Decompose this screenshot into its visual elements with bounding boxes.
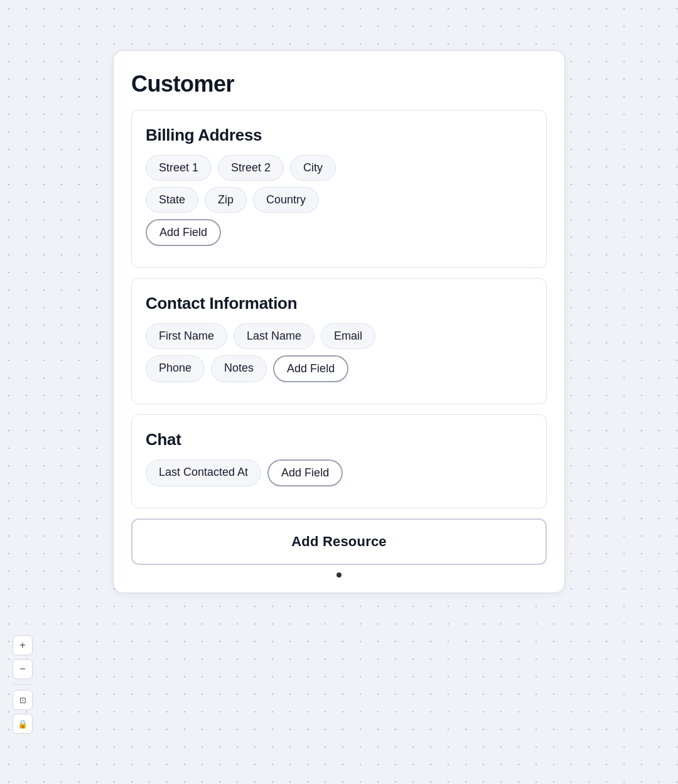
contact-phone-chip: Phone [146, 355, 205, 382]
billing-street2-chip: Street 2 [218, 155, 284, 181]
contact-notes-chip: Notes [211, 355, 267, 382]
contact-fields-row-2: Phone Notes Add Field [146, 355, 532, 382]
contact-lastname-chip: Last Name [234, 323, 315, 349]
toolbar-divider [13, 684, 33, 685]
chat-section: Chat Last Contacted At Add Field [131, 414, 547, 508]
fit-screen-icon: ⊡ [19, 695, 26, 705]
dot-indicator [131, 572, 547, 577]
chat-add-field-button[interactable]: Add Field [267, 459, 343, 486]
billing-zip-chip: Zip [205, 187, 247, 213]
add-resource-button[interactable]: Add Resource [131, 518, 547, 565]
fit-screen-button[interactable]: ⊡ [13, 690, 33, 710]
billing-country-chip: Country [253, 187, 319, 213]
contact-fields-row-1: First Name Last Name Email [146, 323, 532, 349]
billing-address-actions-row: Add Field [146, 219, 532, 246]
lock-icon: 🔒 [18, 719, 28, 729]
billing-street1-chip: Street 1 [146, 155, 212, 181]
contact-information-title: Contact Information [146, 294, 532, 313]
contact-add-field-button[interactable]: Add Field [273, 355, 348, 382]
chat-last-contacted-chip: Last Contacted At [146, 459, 261, 486]
contact-email-chip: Email [321, 323, 375, 349]
contact-firstname-chip: First Name [146, 323, 227, 349]
lock-button[interactable]: 🔒 [13, 714, 33, 734]
contact-information-section: Contact Information First Name Last Name… [131, 278, 547, 404]
chat-fields-row: Last Contacted At Add Field [146, 459, 532, 486]
billing-address-title: Billing Address [146, 126, 532, 145]
billing-address-section: Billing Address Street 1 Street 2 City S… [131, 110, 547, 268]
customer-card: Customer Billing Address Street 1 Street… [113, 50, 565, 593]
zoom-in-icon: + [19, 640, 25, 651]
dot [336, 572, 342, 577]
chat-title: Chat [146, 430, 532, 449]
zoom-out-icon: − [19, 663, 25, 675]
zoom-out-button[interactable]: − [13, 659, 33, 679]
left-toolbar: + − ⊡ 🔒 [13, 635, 33, 734]
billing-state-chip: State [146, 187, 198, 213]
billing-add-field-button[interactable]: Add Field [146, 219, 221, 246]
billing-city-chip: City [290, 155, 336, 181]
billing-address-fields-row-1: Street 1 Street 2 City [146, 155, 532, 181]
card-title: Customer [131, 71, 547, 97]
billing-address-fields-row-2: State Zip Country [146, 187, 532, 213]
zoom-in-button[interactable]: + [13, 635, 33, 655]
